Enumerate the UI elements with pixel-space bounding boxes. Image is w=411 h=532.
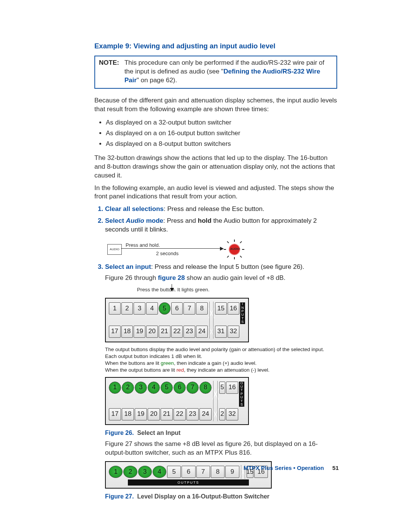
audio-button-blinking: AUDIO (225, 240, 244, 259)
note-box: NOTE: This procedure can only be perform… (94, 56, 337, 89)
step-2-diagram: AUDIO Press and hold. 2 seconds AUDIO (107, 239, 320, 260)
notes-line: Each output button indicates 1 dB when l… (105, 353, 337, 360)
figure-title-text: Level Display on a 16-Output-Button Swit… (137, 493, 269, 500)
output-notes: The output buttons display the audio lev… (105, 346, 337, 374)
fig-line-post: show an audio gain level of +8 dB. (185, 274, 285, 281)
input-button: 22 (171, 326, 183, 338)
blink-tick-icon (234, 257, 235, 259)
two-seconds-caption: 2 seconds (156, 250, 178, 257)
notes-span: When the buttons are lit (105, 360, 161, 366)
output-button: 23 (186, 408, 199, 420)
blink-tick-icon (242, 249, 244, 250)
figure-title: Select an Input (135, 430, 180, 436)
figure-28-link[interactable]: figure 28 (158, 274, 185, 281)
input-button: 21 (159, 326, 170, 338)
step-1: Clear all selections: Press and release … (105, 205, 337, 214)
step-3-text: : Press and release the Input 5 button (… (151, 263, 304, 270)
step-3-label: Select an input (105, 263, 151, 270)
notes-span: , then indicate a gain (+) audio level. (174, 360, 256, 366)
step-2-label-pre: Select (105, 217, 126, 224)
heading-example: Example 9: Viewing and adjusting an inpu… (94, 42, 337, 50)
press-button-arrow: Press the button. It lights green. (135, 286, 337, 296)
outputs-panel: 1 2 3 4 5 6 7 8 5 16 OUTPUTS 17 (105, 377, 337, 425)
step-1-text: : Press and release the Esc button. (164, 205, 264, 212)
input-button: 15 (215, 302, 227, 315)
step-3-fig-line: Figure 26 through figure 28 show an audi… (105, 274, 337, 283)
figure-27-caption: Figure 27. Level Display on a 16-Output-… (105, 492, 337, 501)
panel-break-icon (209, 302, 214, 324)
notes-line: When the buttons are lit green, then ind… (105, 360, 337, 367)
output-button: 17 (109, 408, 121, 420)
footer-page-number: 51 (332, 465, 339, 471)
notes-span-red: red (177, 367, 184, 373)
audio-button-outline: AUDIO (107, 244, 122, 255)
figure-26-caption: Figure 26. Select an Input (105, 429, 337, 437)
output-button: 22 (174, 408, 186, 420)
outputs-strip-label: OUTPUTS (128, 479, 249, 486)
input-button: 23 (183, 326, 195, 338)
list-item: As displayed on a 8-output button switch… (106, 139, 337, 149)
input-button: 8 (196, 302, 208, 315)
output-button: 9 (225, 466, 239, 478)
audio-glow-label: AUDIO (230, 247, 240, 251)
input-button: 3 (134, 302, 145, 315)
output-button-partial: 2 (219, 408, 225, 420)
output-button: 6 (182, 466, 195, 478)
step-2-label-ital: Audio (126, 217, 144, 224)
list-item: As displayed on a 32-output button switc… (106, 118, 337, 128)
press-arrow-stem (172, 284, 172, 288)
input-button: 31 (215, 326, 227, 338)
figure-title-text: Select an Input (137, 430, 180, 436)
output-button: 21 (161, 408, 173, 420)
panel-break-icon (212, 382, 218, 407)
panel-break-icon (212, 408, 218, 420)
blink-tick-icon (240, 241, 242, 243)
output-button-lit: 3 (135, 382, 147, 394)
output-button: 7 (196, 466, 210, 478)
display-list: As displayed on a 32-output button switc… (106, 118, 337, 149)
step-2-hold: hold (198, 217, 212, 224)
output-button-lit: 3 (138, 466, 152, 478)
step-1-label: Clear all selections (105, 205, 164, 212)
notes-span: , they indicate an attenuation (-) level… (184, 367, 269, 373)
para-because: Because of the different gain and attenu… (94, 96, 337, 114)
para-following: In the following example, an audio level… (94, 184, 337, 201)
output-button: 8 (211, 466, 225, 478)
inputs-panel: 1 2 3 4 5 6 7 8 15 16 INPUTS 17 (105, 298, 337, 342)
input-button: 4 (146, 302, 158, 315)
input-button: 20 (146, 326, 158, 338)
notes-line: When the output buttons are lit red, the… (105, 367, 337, 374)
output-button-lit: 8 (199, 382, 212, 394)
output-button-lit: 2 (122, 382, 134, 394)
output-button-lit: 7 (186, 382, 199, 394)
footer-doc-title: MTPX Plus Series • Operation (244, 465, 324, 471)
list-item: As displayed on a on 16-output button sw… (106, 128, 337, 138)
output-button-lit: 1 (109, 466, 123, 478)
output-button: 18 (122, 408, 134, 420)
output-button-lit: 4 (148, 382, 160, 394)
input-button: 7 (183, 302, 195, 315)
input-button: 16 (228, 302, 239, 315)
input-button: 17 (109, 326, 121, 338)
para-fig27: Figure 27 shows the same +8 dB level as … (105, 440, 337, 457)
input-button: 2 (121, 302, 133, 315)
output-button: 5 (167, 466, 181, 478)
inputs-vertical-label: INPUTS (240, 302, 245, 324)
figure-title: Level Display on a 16-Output-Button Swit… (135, 493, 269, 500)
output-button: 19 (135, 408, 147, 420)
output-button: 20 (148, 408, 160, 420)
page-footer: MTPX Plus Series • Operation 51 (244, 465, 339, 471)
output-button-lit: 4 (153, 466, 166, 478)
notes-span-green: green (161, 360, 174, 366)
panel-break-icon (209, 326, 214, 338)
press-hold-caption: Press and hold. (126, 242, 160, 249)
fig-line-pre: Figure 26 through (105, 274, 158, 281)
figure-number: Figure 26. (105, 430, 134, 436)
blink-tick-icon (234, 240, 235, 242)
blink-tick-icon (227, 241, 229, 243)
arrow-head-icon (220, 247, 224, 251)
note-label: NOTE: (99, 59, 119, 85)
output-button-lit: 5 (161, 382, 173, 394)
step-2-press: Press (167, 217, 183, 224)
steps-list: Clear all selections: Press and release … (94, 205, 337, 500)
